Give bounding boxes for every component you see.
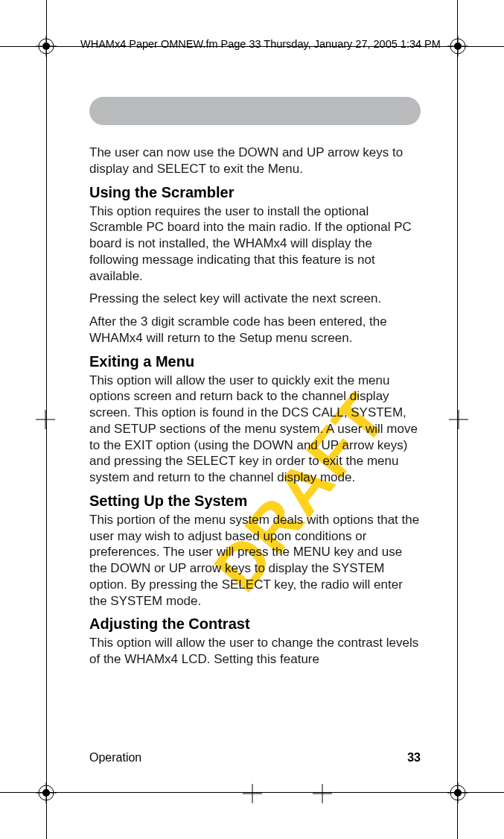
section-header-bar xyxy=(89,97,421,125)
page-file-meta: WHAMx4 Paper OMNEW.fm Page 33 Thursday, … xyxy=(80,38,441,50)
section-heading: Exiting a Menu xyxy=(89,353,421,370)
registration-mark-top-left-icon xyxy=(36,36,57,57)
registration-mark-bottom-left-icon xyxy=(36,782,57,803)
registration-mark-top-right-icon xyxy=(447,36,468,57)
body-paragraph: This option will allow the user to chang… xyxy=(89,635,421,668)
crop-cross-bottom-center-icon xyxy=(243,784,262,803)
registration-mark-bottom-right-icon xyxy=(447,782,468,803)
footer-section-name: Operation xyxy=(89,751,141,764)
body-paragraph: This portion of the menu system deals wi… xyxy=(89,512,421,610)
body-paragraph: The user can now use the DOWN and UP arr… xyxy=(89,145,421,177)
crop-cross-right-icon xyxy=(449,410,468,429)
body-paragraph: After the 3 digit scramble code has been… xyxy=(89,314,421,346)
crop-cross-left-icon xyxy=(36,410,55,429)
section-heading: Adjusting the Contrast xyxy=(89,615,421,633)
body-paragraph: Pressing the select key will activate th… xyxy=(89,291,421,307)
body-paragraph: This option will allow the user to quick… xyxy=(89,373,421,486)
body-paragraph: This option requires the user to install… xyxy=(89,203,421,285)
page-content: The user can now use the DOWN and UP arr… xyxy=(89,97,421,674)
page-footer: Operation 33 xyxy=(89,751,421,764)
section-heading: Using the Scrambler xyxy=(89,184,421,201)
footer-page-number: 33 xyxy=(407,751,421,764)
section-heading: Setting Up the System xyxy=(89,493,421,510)
crop-cross-bottom-right-icon xyxy=(313,784,332,803)
